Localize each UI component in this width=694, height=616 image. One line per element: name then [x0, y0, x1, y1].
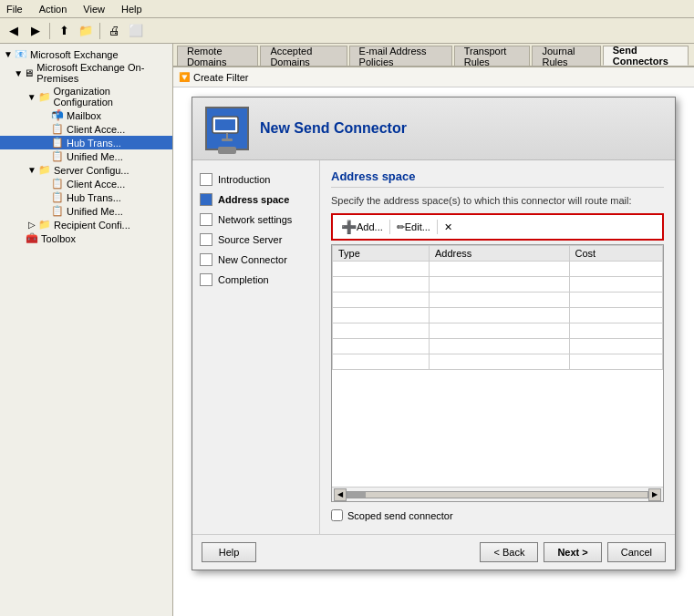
tab-transport-rules[interactable]: Transport Rules: [454, 46, 531, 66]
sidebar-item-hub-transport[interactable]: 📋 Hub Trans...: [0, 136, 172, 149]
filter-bar: 🔽 Create Filter: [173, 67, 694, 87]
empty-row: [333, 354, 663, 370]
menu-action[interactable]: Action: [36, 3, 70, 15]
wizard-step-network-settings[interactable]: Network settings: [192, 210, 319, 230]
toolbar-up[interactable]: ⬆: [54, 21, 74, 41]
help-button[interactable]: Help: [202, 542, 256, 562]
remove-button[interactable]: ✕: [440, 219, 457, 236]
sidebar-label-exchange-on-premises: Microsoft Exchange On-Premises: [36, 62, 169, 84]
empty-row: [333, 293, 663, 308]
dialog-overlay: New Send Connector Introduction Address …: [173, 87, 694, 616]
col-address: Address: [430, 246, 569, 262]
horizontal-scrollbar[interactable]: ◀ ▶: [332, 487, 663, 501]
toolbar-back[interactable]: ◀: [4, 21, 24, 41]
sidebar-label-microsoft-exchange: Microsoft Exchange: [30, 49, 119, 60]
hub-transport-icon: 📋: [51, 137, 64, 149]
wizard-step-completion[interactable]: Completion: [192, 270, 319, 290]
edit-button[interactable]: ✏ Edit...: [392, 219, 435, 236]
sidebar-item-microsoft-exchange[interactable]: ▼ 📧 Microsoft Exchange: [0, 47, 172, 61]
toolbar: ◀ ▶ ⬆ 📁 🖨 ⬜: [0, 18, 694, 44]
dialog-header: New Send Connector: [192, 98, 675, 160]
step-icon-completion: [200, 273, 212, 286]
sidebar-label-mailbox: Mailbox: [67, 110, 101, 121]
cancel-button[interactable]: Cancel: [607, 542, 666, 562]
scoped-connector-checkbox[interactable]: [331, 509, 343, 521]
menu-file[interactable]: File: [4, 3, 26, 15]
sidebar-label-unified-msg: Unified Me...: [67, 151, 123, 162]
empty-row: [333, 323, 663, 339]
footer-right: < Back Next > Cancel: [480, 542, 666, 562]
tab-journal-rules[interactable]: Journal Rules: [532, 46, 600, 66]
sidebar-item-unified-msg[interactable]: 📋 Unified Me...: [0, 149, 172, 163]
add-icon: ➕: [341, 220, 357, 234]
table-scroll[interactable]: Type Address Cost: [332, 245, 663, 487]
sidebar-item-exchange-on-premises[interactable]: ▼ 🖥 Microsoft Exchange On-Premises: [0, 61, 172, 85]
sidebar: ▼ 📧 Microsoft Exchange ▼ 🖥 Microsoft Exc…: [0, 44, 173, 616]
sidebar-item-unified-msg2[interactable]: 📋 Unified Me...: [0, 204, 172, 218]
sidebar-item-client-access2[interactable]: 📋 Client Acce...: [0, 177, 172, 190]
scroll-left-arrow[interactable]: ◀: [334, 488, 347, 501]
empty-row: [333, 308, 663, 323]
menu-help[interactable]: Help: [119, 3, 145, 15]
action-toolbar: ➕ Add... ✏ Edit... ✕: [331, 213, 664, 241]
sidebar-label-recipient-config: Recipient Confi...: [54, 220, 130, 231]
step-label-source-server: Source Server: [218, 234, 282, 245]
step-icon-source-server: [200, 233, 212, 246]
wizard-step-address-space[interactable]: Address space: [192, 190, 319, 210]
tab-email-address[interactable]: E-mail Address Policies: [349, 46, 452, 66]
sidebar-label-unified-msg2: Unified Me...: [67, 206, 123, 217]
menu-view[interactable]: View: [80, 3, 108, 15]
expander-icon: [13, 233, 26, 243]
expander-icon: ▼: [26, 92, 38, 102]
wizard-step-source-server[interactable]: Source Server: [192, 230, 319, 250]
toolbar-separator: [389, 220, 390, 234]
toolbar-folder[interactable]: 📁: [76, 21, 96, 41]
expander-icon: [38, 124, 51, 134]
new-send-connector-dialog: New Send Connector Introduction Address …: [192, 97, 676, 570]
connector-icon: [205, 107, 249, 150]
next-button[interactable]: Next >: [544, 542, 601, 562]
sidebar-item-recipient-config[interactable]: ▷ 📁 Recipient Confi...: [0, 218, 172, 231]
toolbar-view[interactable]: ⬜: [126, 21, 146, 41]
remove-icon: ✕: [444, 221, 452, 233]
dialog-body: Introduction Address space Network setti…: [192, 160, 675, 534]
toolbar-separator-1: [49, 23, 50, 39]
expander-icon: ▼: [13, 68, 24, 78]
wizard-step-introduction[interactable]: Introduction: [192, 169, 319, 190]
filter-label[interactable]: Create Filter: [193, 72, 249, 83]
sidebar-label-hub-transport2: Hub Trans...: [67, 192, 121, 203]
expander-icon: [38, 192, 51, 202]
add-button[interactable]: ➕ Add...: [337, 217, 388, 237]
tab-remote-domains[interactable]: Remote Domains: [177, 46, 258, 66]
scroll-right-arrow[interactable]: ▶: [648, 488, 661, 501]
sidebar-item-server-config[interactable]: ▼ 📁 Server Configu...: [0, 163, 172, 177]
step-label-address-space: Address space: [218, 194, 289, 205]
expander-icon: [38, 151, 51, 161]
add-label: Add...: [357, 221, 383, 232]
toolbar-separator2: [437, 220, 438, 234]
scroll-track[interactable]: [347, 491, 648, 498]
dialog-title: New Send Connector: [260, 120, 407, 137]
unified-msg2-icon: 📋: [51, 205, 64, 217]
tab-send-connectors[interactable]: Send Connectors: [603, 46, 689, 66]
wizard-nav: Introduction Address space Network setti…: [192, 160, 320, 534]
step-label-network-settings: Network settings: [218, 214, 292, 225]
sidebar-item-org-config[interactable]: ▼ 📁 Organization Configuration: [0, 85, 172, 108]
sidebar-item-mailbox[interactable]: 📬 Mailbox: [0, 108, 172, 122]
sidebar-item-hub-transport2[interactable]: 📋 Hub Trans...: [0, 190, 172, 204]
wizard-step-new-connector[interactable]: New Connector: [192, 250, 319, 270]
sidebar-item-client-access[interactable]: 📋 Client Acce...: [0, 122, 172, 136]
sidebar-item-toolbox[interactable]: 🧰 Toolbox: [0, 231, 172, 245]
address-space-table-container: Type Address Cost: [331, 244, 664, 502]
scoped-connector-label[interactable]: Scoped send connector: [347, 510, 453, 521]
expander-icon: ▷: [26, 220, 38, 230]
filter-icon: 🔽: [179, 72, 190, 82]
exchange-icon: 📧: [15, 48, 27, 60]
empty-row: [333, 277, 663, 293]
back-button[interactable]: < Back: [480, 542, 538, 562]
toolbar-print[interactable]: 🖨: [104, 21, 124, 41]
toolbar-forward[interactable]: ▶: [26, 21, 46, 41]
step-label-introduction: Introduction: [218, 174, 270, 185]
sidebar-label-client-access: Client Acce...: [67, 124, 125, 135]
tab-accepted-domains[interactable]: Accepted Domains: [260, 46, 347, 66]
